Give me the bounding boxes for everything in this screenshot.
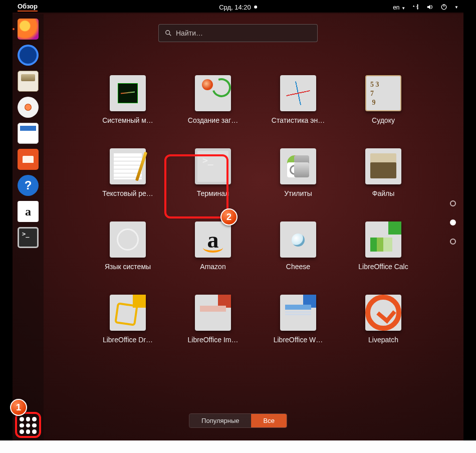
- writer-icon: [280, 295, 316, 331]
- dock-item-software[interactable]: [16, 147, 40, 171]
- search-placeholder: Найти…: [176, 29, 203, 37]
- page-dot-3[interactable]: [450, 239, 456, 245]
- clock[interactable]: Срд, 14:20: [219, 4, 257, 11]
- app-label: LibreOffice Calc: [358, 263, 408, 271]
- text-editor-icon: [110, 148, 146, 184]
- app-system-monitor[interactable]: Системный м…: [85, 75, 170, 124]
- app-text-editor[interactable]: Текстовый ре…: [85, 148, 170, 197]
- dock-item-writer[interactable]: [16, 121, 40, 145]
- chevron-down-icon: ▼: [454, 5, 458, 10]
- top-bar: Обзор Срд, 14:20 en ▼ ▼: [13, 0, 463, 14]
- dock-item-firefox[interactable]: [16, 17, 40, 41]
- power-icon[interactable]: [440, 4, 447, 11]
- app-label: Создание заг…: [188, 116, 238, 124]
- app-label: LibreOffice Dr…: [103, 336, 153, 344]
- svg-rect-1: [443, 4, 444, 7]
- show-applications-button[interactable]: [16, 413, 40, 437]
- search-input[interactable]: Найти…: [158, 24, 318, 42]
- amazon-icon: a: [18, 201, 39, 222]
- app-label: Язык системы: [105, 263, 151, 271]
- app-label: Файлы: [372, 189, 394, 197]
- screenshot-frame-bottom: [0, 440, 476, 453]
- terminal-icon: [195, 148, 231, 184]
- app-libreoffice-calc[interactable]: LibreOffice Calc: [341, 221, 426, 271]
- power-stats-icon: [280, 75, 316, 111]
- lang-label: en: [393, 4, 399, 11]
- system-monitor-icon: [110, 75, 146, 111]
- applications-grid: Системный м… Создание заг… Статистика эн…: [65, 75, 446, 344]
- software-center-icon: [18, 149, 39, 170]
- help-icon: ?: [18, 175, 39, 196]
- dock-item-thunderbird[interactable]: [16, 43, 40, 67]
- dock-item-help[interactable]: ?: [16, 173, 40, 197]
- keyboard-layout-indicator[interactable]: en ▼: [393, 4, 405, 11]
- activities-button[interactable]: Обзор: [18, 3, 38, 12]
- startup-disk-icon: [195, 75, 231, 111]
- svg-line-3: [169, 34, 171, 36]
- volume-icon[interactable]: [426, 4, 433, 11]
- utilities-folder-icon: [280, 148, 316, 184]
- thunderbird-icon: [18, 45, 39, 66]
- app-label: Cheese: [286, 263, 310, 271]
- search-icon: [165, 30, 172, 37]
- notification-dot-icon: [254, 6, 257, 9]
- rhythmbox-icon: [18, 97, 39, 118]
- svg-point-2: [166, 31, 170, 35]
- terminal-icon: [18, 227, 39, 248]
- files-icon: [365, 148, 401, 184]
- app-label: Amazon: [200, 263, 225, 271]
- sudoku-icon: [365, 75, 401, 111]
- dock-item-rhythmbox[interactable]: [16, 95, 40, 119]
- app-libreoffice-impress[interactable]: LibreOffice Im…: [170, 295, 256, 344]
- page-indicator: [450, 200, 456, 245]
- livepatch-icon: [365, 295, 401, 331]
- app-utilities-folder[interactable]: Утилиты: [256, 148, 341, 197]
- impress-icon: [195, 295, 231, 331]
- view-toggle: Популярные Все: [189, 413, 287, 428]
- app-label: Livepatch: [368, 336, 398, 344]
- app-label: Утилиты: [284, 189, 312, 197]
- app-sudoku[interactable]: Судоку: [341, 75, 426, 124]
- app-label: LibreOffice W…: [274, 336, 323, 344]
- app-label: Статистика эн…: [272, 116, 325, 124]
- files-icon: [18, 71, 39, 92]
- app-label: Терминал: [197, 189, 229, 197]
- draw-icon: [110, 295, 146, 331]
- calc-icon: [365, 221, 401, 258]
- app-language[interactable]: Язык системы: [85, 221, 170, 271]
- language-icon: [110, 221, 146, 258]
- dock-item-terminal[interactable]: [16, 225, 40, 250]
- dock-item-amazon[interactable]: a: [16, 199, 40, 223]
- app-livepatch[interactable]: Livepatch: [341, 295, 426, 344]
- clock-label: Срд, 14:20: [219, 4, 251, 11]
- firefox-icon: [18, 19, 39, 40]
- app-label: Системный м…: [102, 116, 153, 124]
- app-label: Судоку: [372, 116, 395, 124]
- cheese-icon: [280, 221, 316, 258]
- app-files[interactable]: Файлы: [341, 148, 426, 197]
- app-label: LibreOffice Im…: [188, 336, 239, 344]
- dock: ? a: [13, 14, 44, 440]
- chevron-down-icon: ▼: [401, 6, 405, 11]
- amazon-icon: a: [195, 221, 231, 258]
- dock-item-files[interactable]: [16, 69, 40, 93]
- toggle-all[interactable]: Все: [252, 414, 287, 427]
- app-amazon[interactable]: aAmazon: [170, 221, 256, 271]
- app-label: Текстовый ре…: [102, 189, 153, 197]
- page-dot-2[interactable]: [450, 219, 456, 225]
- app-power-stats[interactable]: Статистика эн…: [256, 75, 341, 124]
- app-libreoffice-draw[interactable]: LibreOffice Dr…: [85, 295, 170, 344]
- app-cheese[interactable]: Cheese: [256, 221, 341, 271]
- app-libreoffice-writer[interactable]: LibreOffice W…: [256, 295, 341, 344]
- apps-grid-icon: [20, 417, 37, 434]
- page-dot-1[interactable]: [450, 200, 456, 206]
- app-terminal[interactable]: Терминал: [170, 148, 256, 197]
- network-icon[interactable]: [412, 4, 419, 11]
- writer-icon: [18, 123, 39, 144]
- app-startup-disk[interactable]: Создание заг…: [170, 75, 256, 124]
- toggle-popular[interactable]: Популярные: [189, 414, 251, 427]
